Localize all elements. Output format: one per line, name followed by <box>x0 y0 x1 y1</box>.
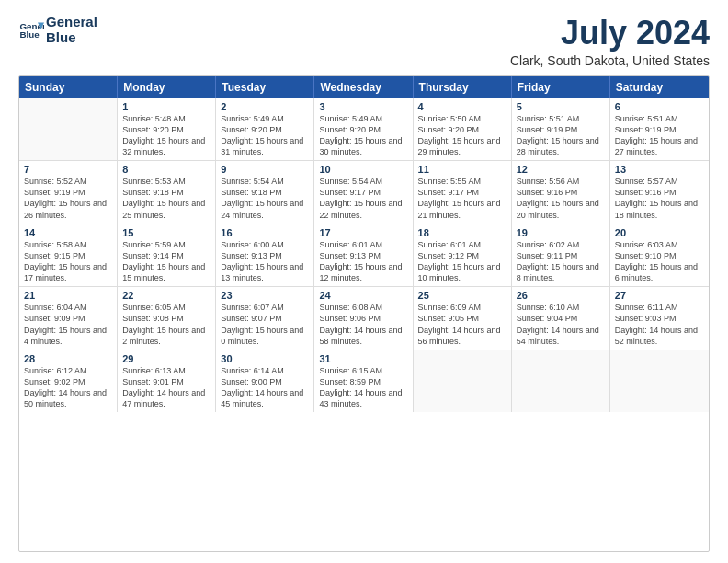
day-number: 18 <box>418 227 506 238</box>
calendar-cell-r4-c6 <box>610 350 709 413</box>
day-number: 5 <box>517 101 605 112</box>
calendar-cell-r2-c6: 20Sunrise: 6:03 AMSunset: 9:10 PMDayligh… <box>610 224 709 287</box>
day-info: Sunrise: 6:02 AMSunset: 9:11 PMDaylight:… <box>517 239 605 284</box>
day-info: Sunrise: 5:50 AMSunset: 9:20 PMDaylight:… <box>418 113 506 158</box>
day-number: 30 <box>221 353 309 364</box>
calendar-cell-r0-c2: 2Sunrise: 5:49 AMSunset: 9:20 PMDaylight… <box>216 98 314 161</box>
day-number: 23 <box>221 290 309 301</box>
calendar-cell-r4-c3: 31Sunrise: 6:15 AMSunset: 8:59 PMDayligh… <box>314 350 413 413</box>
title-section: July 2024 Clark, South Dakota, United St… <box>510 15 710 68</box>
weekday-header-sunday: Sunday <box>19 76 118 98</box>
calendar-title: July 2024 <box>510 15 710 52</box>
weekday-header-tuesday: Tuesday <box>216 76 314 98</box>
calendar-cell-r2-c3: 17Sunrise: 6:01 AMSunset: 9:13 PMDayligh… <box>314 224 413 287</box>
calendar-cell-r1-c3: 10Sunrise: 5:54 AMSunset: 9:17 PMDayligh… <box>314 161 413 224</box>
calendar-cell-r4-c2: 30Sunrise: 6:14 AMSunset: 9:00 PMDayligh… <box>216 350 314 413</box>
day-info: Sunrise: 6:01 AMSunset: 9:12 PMDaylight:… <box>418 239 506 284</box>
day-number: 10 <box>319 164 407 175</box>
calendar-cell-r3-c1: 22Sunrise: 6:05 AMSunset: 9:08 PMDayligh… <box>118 287 216 350</box>
calendar-cell-r3-c3: 24Sunrise: 6:08 AMSunset: 9:06 PMDayligh… <box>314 287 413 350</box>
day-number: 6 <box>615 101 704 112</box>
calendar: SundayMondayTuesdayWednesdayThursdayFrid… <box>18 75 710 552</box>
day-number: 2 <box>221 101 309 112</box>
day-number: 29 <box>122 353 210 364</box>
day-info: Sunrise: 5:54 AMSunset: 9:17 PMDaylight:… <box>319 176 407 221</box>
day-info: Sunrise: 5:57 AMSunset: 9:16 PMDaylight:… <box>615 176 704 221</box>
weekday-header-saturday: Saturday <box>610 76 709 98</box>
day-number: 24 <box>319 290 407 301</box>
calendar-cell-r0-c3: 3Sunrise: 5:49 AMSunset: 9:20 PMDaylight… <box>314 98 413 161</box>
day-number: 20 <box>615 227 704 238</box>
day-number: 9 <box>221 164 309 175</box>
calendar-cell-r0-c5: 5Sunrise: 5:51 AMSunset: 9:19 PMDaylight… <box>512 98 610 161</box>
calendar-cell-r4-c0: 28Sunrise: 6:12 AMSunset: 9:02 PMDayligh… <box>19 350 118 413</box>
day-info: Sunrise: 6:15 AMSunset: 8:59 PMDaylight:… <box>319 365 407 410</box>
calendar-cell-r3-c6: 27Sunrise: 6:11 AMSunset: 9:03 PMDayligh… <box>610 287 709 350</box>
day-info: Sunrise: 5:49 AMSunset: 9:20 PMDaylight:… <box>319 113 407 158</box>
day-number: 12 <box>517 164 605 175</box>
day-info: Sunrise: 6:14 AMSunset: 9:00 PMDaylight:… <box>221 365 309 410</box>
calendar-row-0: 1Sunrise: 5:48 AMSunset: 9:20 PMDaylight… <box>19 98 709 162</box>
calendar-cell-r0-c4: 4Sunrise: 5:50 AMSunset: 9:20 PMDaylight… <box>414 98 512 161</box>
calendar-cell-r1-c0: 7Sunrise: 5:52 AMSunset: 9:19 PMDaylight… <box>19 161 118 224</box>
calendar-cell-r1-c2: 9Sunrise: 5:54 AMSunset: 9:18 PMDaylight… <box>216 161 314 224</box>
svg-text:Blue: Blue <box>19 29 40 40</box>
weekday-header-friday: Friday <box>512 76 610 98</box>
day-number: 17 <box>319 227 407 238</box>
calendar-cell-r4-c5 <box>512 350 610 413</box>
day-number: 25 <box>418 290 506 301</box>
calendar-cell-r0-c1: 1Sunrise: 5:48 AMSunset: 9:20 PMDaylight… <box>118 98 216 161</box>
day-info: Sunrise: 6:09 AMSunset: 9:05 PMDaylight:… <box>418 302 506 347</box>
day-info: Sunrise: 6:03 AMSunset: 9:10 PMDaylight:… <box>615 239 704 284</box>
weekday-header-monday: Monday <box>118 76 216 98</box>
day-number: 27 <box>615 290 704 301</box>
day-number: 14 <box>24 227 112 238</box>
day-info: Sunrise: 6:11 AMSunset: 9:03 PMDaylight:… <box>615 302 704 347</box>
day-info: Sunrise: 5:51 AMSunset: 9:19 PMDaylight:… <box>517 113 605 158</box>
calendar-cell-r0-c6: 6Sunrise: 5:51 AMSunset: 9:19 PMDaylight… <box>610 98 709 161</box>
calendar-cell-r0-c0 <box>19 98 118 161</box>
calendar-cell-r3-c2: 23Sunrise: 6:07 AMSunset: 9:07 PMDayligh… <box>216 287 314 350</box>
calendar-body: 1Sunrise: 5:48 AMSunset: 9:20 PMDaylight… <box>19 98 709 413</box>
calendar-row-2: 14Sunrise: 5:58 AMSunset: 9:15 PMDayligh… <box>19 224 709 288</box>
day-number: 8 <box>122 164 210 175</box>
day-info: Sunrise: 6:00 AMSunset: 9:13 PMDaylight:… <box>221 239 309 284</box>
page-header: General Blue General Blue July 2024 Clar… <box>18 15 710 68</box>
calendar-subtitle: Clark, South Dakota, United States <box>510 53 710 68</box>
day-info: Sunrise: 5:54 AMSunset: 9:18 PMDaylight:… <box>221 176 309 221</box>
calendar-cell-r3-c0: 21Sunrise: 6:04 AMSunset: 9:09 PMDayligh… <box>19 287 118 350</box>
calendar-row-1: 7Sunrise: 5:52 AMSunset: 9:19 PMDaylight… <box>19 161 709 224</box>
day-number: 13 <box>615 164 704 175</box>
calendar-cell-r2-c2: 16Sunrise: 6:00 AMSunset: 9:13 PMDayligh… <box>216 224 314 287</box>
day-number: 11 <box>418 164 506 175</box>
calendar-cell-r3-c4: 25Sunrise: 6:09 AMSunset: 9:05 PMDayligh… <box>414 287 512 350</box>
day-number: 26 <box>517 290 605 301</box>
day-info: Sunrise: 5:51 AMSunset: 9:19 PMDaylight:… <box>615 113 704 158</box>
day-info: Sunrise: 5:53 AMSunset: 9:18 PMDaylight:… <box>122 176 210 221</box>
calendar-cell-r2-c4: 18Sunrise: 6:01 AMSunset: 9:12 PMDayligh… <box>414 224 512 287</box>
calendar-cell-r1-c5: 12Sunrise: 5:56 AMSunset: 9:16 PMDayligh… <box>512 161 610 224</box>
logo-text-line1: General <box>46 15 97 30</box>
calendar-cell-r2-c5: 19Sunrise: 6:02 AMSunset: 9:11 PMDayligh… <box>512 224 610 287</box>
calendar-cell-r1-c6: 13Sunrise: 5:57 AMSunset: 9:16 PMDayligh… <box>610 161 709 224</box>
day-number: 1 <box>122 101 210 112</box>
calendar-cell-r2-c1: 15Sunrise: 5:59 AMSunset: 9:14 PMDayligh… <box>118 224 216 287</box>
calendar-row-3: 21Sunrise: 6:04 AMSunset: 9:09 PMDayligh… <box>19 287 709 350</box>
day-info: Sunrise: 6:05 AMSunset: 9:08 PMDaylight:… <box>122 302 210 347</box>
day-info: Sunrise: 5:48 AMSunset: 9:20 PMDaylight:… <box>122 113 210 158</box>
day-info: Sunrise: 5:49 AMSunset: 9:20 PMDaylight:… <box>221 113 309 158</box>
day-info: Sunrise: 6:01 AMSunset: 9:13 PMDaylight:… <box>319 239 407 284</box>
logo: General Blue General Blue <box>18 15 97 45</box>
logo-icon: General Blue <box>18 17 44 43</box>
day-number: 19 <box>517 227 605 238</box>
day-info: Sunrise: 6:13 AMSunset: 9:01 PMDaylight:… <box>122 365 210 410</box>
day-info: Sunrise: 5:56 AMSunset: 9:16 PMDaylight:… <box>517 176 605 221</box>
day-number: 31 <box>319 353 407 364</box>
calendar-cell-r4-c1: 29Sunrise: 6:13 AMSunset: 9:01 PMDayligh… <box>118 350 216 413</box>
day-number: 22 <box>122 290 210 301</box>
day-info: Sunrise: 5:55 AMSunset: 9:17 PMDaylight:… <box>418 176 506 221</box>
day-info: Sunrise: 5:52 AMSunset: 9:19 PMDaylight:… <box>24 176 112 221</box>
day-number: 16 <box>221 227 309 238</box>
calendar-cell-r3-c5: 26Sunrise: 6:10 AMSunset: 9:04 PMDayligh… <box>512 287 610 350</box>
logo-text-line2: Blue <box>46 30 97 46</box>
